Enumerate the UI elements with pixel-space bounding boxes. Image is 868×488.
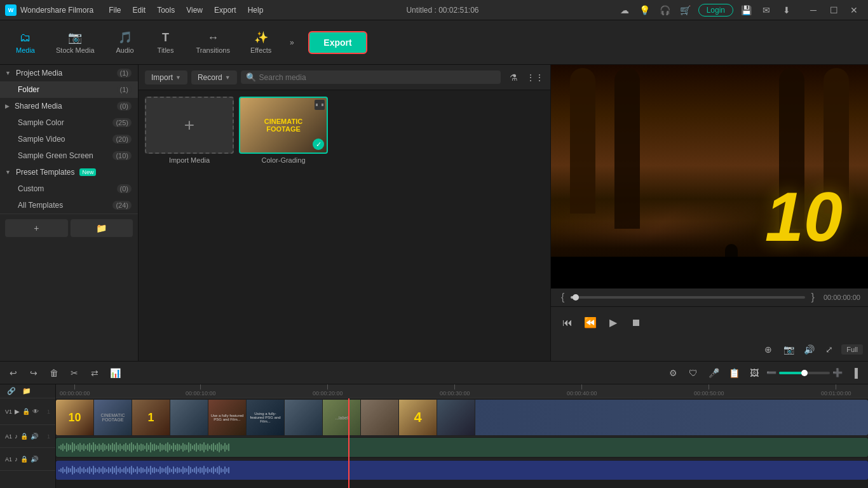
- screenshot-icon[interactable]: 📷: [780, 341, 797, 358]
- more-tools-button[interactable]: »: [283, 34, 301, 51]
- import-button[interactable]: Import ▼: [145, 71, 187, 85]
- stop-button[interactable]: ⏹: [627, 314, 645, 332]
- image-icon[interactable]: 🖼: [746, 365, 763, 381]
- playhead[interactable]: [348, 398, 349, 488]
- color-grading-item[interactable]: CINEMATICFOOTAGE ✓ Color-Grading: [239, 97, 328, 355]
- menu-edit[interactable]: Edit: [128, 4, 151, 16]
- minimize-button[interactable]: ─: [804, 3, 822, 18]
- waveform-button[interactable]: 📊: [107, 365, 123, 381]
- tool-effects[interactable]: ✨ Effects: [241, 27, 280, 58]
- sidebar-item-custom[interactable]: Custom (0): [0, 180, 138, 197]
- close-button[interactable]: ✕: [845, 3, 863, 18]
- audio-note-icon[interactable]: ♪: [15, 433, 18, 440]
- wave-bar-2: [173, 466, 174, 474]
- sidebar-item-project-media[interactable]: ▼ Project Media (1): [0, 65, 138, 81]
- zoom-in-icon[interactable]: ➕: [832, 368, 843, 377]
- tool-media[interactable]: 🗂 Media: [6, 27, 44, 58]
- zoom-track[interactable]: [779, 372, 830, 374]
- cart-icon[interactable]: 🛒: [678, 3, 693, 18]
- save-icon[interactable]: 💾: [738, 3, 754, 18]
- tool-audio[interactable]: 🎵 Audio: [106, 27, 144, 58]
- a1-badge: 1: [47, 433, 50, 440]
- sidebar-item-sample-color[interactable]: Sample Color (25): [0, 114, 138, 131]
- menu-file[interactable]: File: [104, 4, 126, 16]
- play-button[interactable]: ▶: [604, 314, 622, 332]
- shield-icon[interactable]: 🛡: [685, 365, 702, 381]
- cloud-icon[interactable]: ☁: [617, 3, 632, 18]
- bulb-icon[interactable]: 💡: [637, 3, 653, 18]
- menu-help[interactable]: Help: [243, 4, 269, 16]
- mic-icon[interactable]: 🎤: [705, 365, 722, 381]
- export-button[interactable]: Export: [308, 31, 367, 54]
- add-media-button[interactable]: +: [5, 219, 68, 237]
- video-lock-icon[interactable]: 🔒: [22, 408, 30, 415]
- search-box[interactable]: 🔍: [241, 71, 501, 84]
- login-button[interactable]: Login: [698, 4, 733, 17]
- headset-icon[interactable]: 🎧: [658, 3, 673, 18]
- grid-icon[interactable]: ⋮⋮: [526, 69, 544, 86]
- maximize-button[interactable]: ☐: [825, 3, 843, 18]
- zoom-out-icon[interactable]: ➖: [766, 368, 776, 377]
- download-icon[interactable]: ⬇: [779, 3, 794, 18]
- open-folder-button[interactable]: 📁: [71, 219, 133, 237]
- folder-track-icon[interactable]: 📁: [20, 385, 33, 398]
- cut-button[interactable]: ✂: [66, 365, 83, 381]
- wave-bar-2: [186, 468, 187, 472]
- sidebar-item-all-templates[interactable]: All Templates (24): [0, 197, 138, 214]
- menu-export[interactable]: Export: [209, 4, 241, 16]
- delete-button[interactable]: 🗑: [46, 365, 62, 381]
- fullscreen-icon[interactable]: ⤢: [821, 341, 837, 358]
- sidebar-item-preset-templates[interactable]: ▼ Preset Templates New: [0, 164, 138, 180]
- audio-clip[interactable]: // Generate waveform bars inline const h…: [56, 438, 868, 457]
- search-input[interactable]: [259, 73, 496, 82]
- a2-label: A1: [5, 456, 12, 463]
- menu-tools[interactable]: Tools: [152, 4, 180, 16]
- audio2-note-icon[interactable]: ♪: [15, 456, 18, 463]
- bracket-left[interactable]: {: [559, 290, 567, 304]
- video-track-header: V1 ▶ 🔒 👁 1: [0, 398, 55, 425]
- settings-icon[interactable]: ⚙: [665, 365, 681, 381]
- audio-sync-button[interactable]: ⇄: [86, 365, 103, 381]
- zoom-knob[interactable]: [801, 370, 808, 376]
- audio-vol-icon[interactable]: 🔊: [31, 433, 38, 440]
- tick-line: [709, 384, 709, 390]
- import-thumb[interactable]: +: [145, 97, 234, 154]
- video-play-icon[interactable]: ▶: [15, 408, 20, 415]
- video-clip[interactable]: ▶ Color-Grading 10: [56, 400, 868, 435]
- step-back-button[interactable]: ⏮: [559, 314, 576, 332]
- tool-stock-media[interactable]: 📷 Stock Media: [47, 27, 104, 58]
- scrubber-knob[interactable]: [573, 294, 579, 301]
- shared-media-count: (0): [117, 102, 132, 111]
- audio2-lock-icon[interactable]: 🔒: [20, 456, 28, 463]
- zoom-slider[interactable]: ➖ ➕: [766, 368, 843, 377]
- sidebar-item-sample-video[interactable]: Sample Video (20): [0, 131, 138, 147]
- mail-icon[interactable]: ✉: [759, 3, 774, 18]
- video-eye-icon[interactable]: 👁: [32, 408, 39, 415]
- tool-transitions[interactable]: ↔ Transitions: [187, 27, 239, 58]
- volume-icon[interactable]: 🔊: [801, 341, 817, 358]
- clipboard-icon[interactable]: 📋: [726, 365, 742, 381]
- video-track: ▶ Color-Grading 10: [56, 398, 868, 437]
- frame-back-button[interactable]: ⏪: [581, 314, 599, 332]
- color-grading-thumb[interactable]: CINEMATICFOOTAGE ✓: [239, 97, 328, 154]
- zoom-level-button[interactable]: Full: [841, 344, 863, 355]
- sidebar-item-shared-media[interactable]: ▶ Shared Media (0): [0, 98, 138, 114]
- sidebar-item-sample-green[interactable]: Sample Green Screen (10): [0, 147, 138, 164]
- timeline-scrubber[interactable]: [571, 296, 804, 299]
- filter-icon[interactable]: ⚗: [505, 69, 522, 86]
- timeline-options-button[interactable]: ▐: [846, 365, 863, 381]
- sample-color-count: (25): [112, 118, 132, 127]
- tool-titles[interactable]: T Titles: [147, 27, 185, 58]
- record-button[interactable]: Record ▼: [191, 71, 237, 85]
- link-icon[interactable]: 🔗: [5, 385, 18, 398]
- audio-clip-2[interactable]: const h2 = [3,6,10,5,12,8,6,14,10,5,8,12…: [56, 461, 868, 480]
- undo-button[interactable]: ↩: [5, 365, 22, 381]
- audio2-vol-icon[interactable]: 🔊: [31, 456, 38, 463]
- add-to-timeline-icon[interactable]: ⊕: [760, 341, 776, 358]
- bracket-right[interactable]: }: [809, 290, 817, 304]
- menu-view[interactable]: View: [181, 4, 208, 16]
- import-media-item[interactable]: + Import Media: [145, 97, 234, 355]
- redo-button[interactable]: ↪: [25, 365, 42, 381]
- sidebar-item-folder[interactable]: Folder (1): [0, 81, 138, 98]
- audio-lock-icon[interactable]: 🔒: [20, 433, 28, 440]
